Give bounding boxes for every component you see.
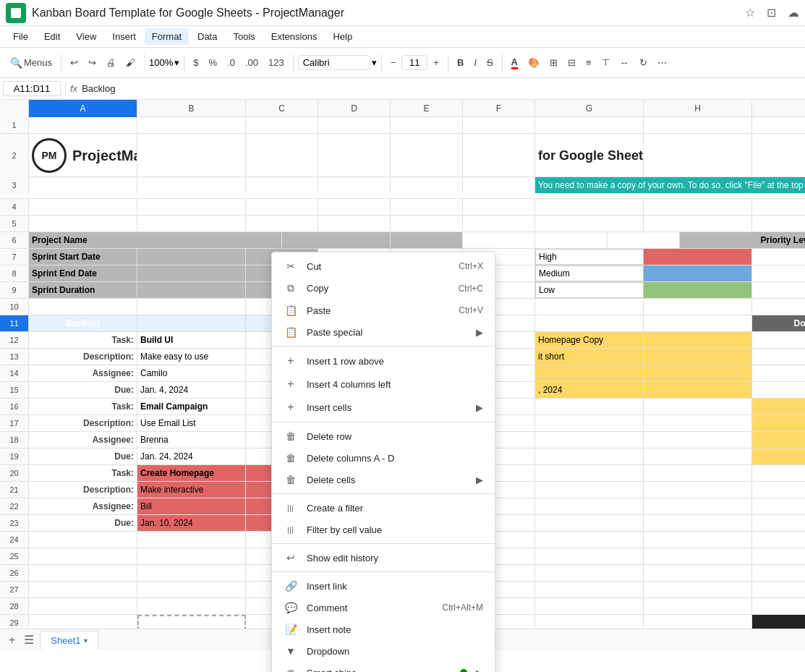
ctx-insert-link[interactable]: 🔗 Insert link — [272, 575, 495, 597]
cell-assignee-value-3[interactable]: Bill — [137, 498, 246, 514]
cell-c1[interactable] — [246, 117, 318, 133]
cell-h2[interactable] — [644, 134, 752, 177]
font-selector[interactable] — [298, 55, 370, 70]
menu-insert[interactable]: Insert — [105, 28, 143, 45]
col-header-h[interactable]: H — [644, 100, 752, 117]
menu-help[interactable]: Help — [325, 28, 359, 45]
cell-desc-label-1[interactable]: Description: — [29, 349, 137, 365]
cell-project-name-label[interactable]: Project Name — [29, 232, 282, 248]
cell-g1[interactable] — [535, 117, 644, 133]
font-size-decrease-button[interactable]: − — [386, 54, 401, 71]
cell-doing-task-label-1[interactable]: Task: — [752, 332, 805, 348]
ctx-copy[interactable]: ⧉ Copy Ctrl+C — [272, 277, 495, 299]
paint-format-button[interactable]: 🖌 — [122, 54, 140, 71]
ctx-comment[interactable]: 💬 Comment Ctrl+Alt+M — [272, 597, 495, 618]
cell-desc-value-2[interactable]: Use Email List — [137, 415, 246, 431]
cell-desc-value-3[interactable]: Make interactive — [137, 482, 246, 498]
cell-sprint-duration-label[interactable]: Sprint Duration — [29, 282, 137, 298]
cell-task-label-1[interactable]: Task: — [29, 332, 137, 348]
print-button[interactable]: 🖨 — [102, 54, 120, 71]
menus-button[interactable]: 🔍 Menus — [6, 54, 56, 72]
font-size-increase-button[interactable]: + — [429, 54, 443, 71]
cell-doing-assignee-label-2[interactable]: Assignee: — [752, 432, 805, 448]
ctx-insert-note[interactable]: 📝 Insert note — [272, 618, 495, 640]
ctx-paste[interactable]: 📋 Paste Ctrl+V — [272, 299, 495, 321]
cell-desc-label-2[interactable]: Description: — [29, 415, 137, 431]
star-icon[interactable]: ☆ — [745, 6, 755, 20]
cell-f3[interactable] — [463, 177, 535, 193]
cell-doing-desc-label-1[interactable]: Description: — [752, 349, 805, 365]
cell-sprint-end-label[interactable]: Sprint End Date — [29, 265, 137, 281]
ctx-insert-row[interactable]: + Insert 1 row above — [272, 349, 495, 373]
cell-due-label-1[interactable]: Due: — [29, 382, 137, 398]
cell-e6[interactable] — [535, 232, 608, 248]
cell-i2[interactable] — [752, 134, 805, 177]
cell-i1[interactable] — [752, 117, 805, 133]
cell-g3-teal[interactable]: You need to make a copy of your own. To … — [535, 177, 805, 193]
more-button[interactable]: ⋯ — [653, 54, 671, 71]
cell-f2[interactable] — [463, 134, 535, 177]
col-header-d[interactable]: D — [318, 100, 391, 117]
col-header-i[interactable]: I — [752, 100, 805, 117]
cell-assignee-value-2[interactable]: Brenna — [137, 432, 246, 448]
cell-due-value-1[interactable]: Jan. 4, 2024 — [137, 382, 246, 398]
cell-g12-yellow[interactable]: Homepage Copy — [535, 332, 644, 348]
cell-due-value-3[interactable]: Jan. 10, 2024 — [137, 515, 246, 531]
cell-task-value-2[interactable]: Email Campaign — [137, 399, 246, 414]
strikethrough-button[interactable]: S — [482, 54, 498, 71]
cell-priority-header[interactable]: Priority Level — [680, 232, 805, 248]
cell-e3[interactable] — [391, 177, 463, 193]
text-color-button[interactable]: A — [507, 54, 522, 72]
menu-tools[interactable]: Tools — [226, 28, 262, 45]
cell-c2[interactable] — [246, 134, 318, 177]
col-header-g[interactable]: G — [535, 100, 644, 117]
merge-button[interactable]: ⊟ — [563, 54, 580, 71]
menu-view[interactable]: View — [69, 28, 103, 45]
cell-f6[interactable] — [608, 232, 680, 248]
cell-b6[interactable] — [282, 232, 391, 248]
menu-extensions[interactable]: Extensions — [264, 28, 325, 45]
cell-doing-assignee-label-1[interactable]: Assignee: — [752, 365, 805, 381]
ctx-insert-cols[interactable]: + Insert 4 columns left — [272, 373, 495, 396]
col-header-f[interactable]: F — [463, 100, 535, 117]
cell-a2[interactable]: PM ProjectManage — [29, 134, 137, 177]
cell-priority-med-color[interactable] — [644, 265, 752, 281]
bold-button[interactable]: B — [453, 54, 468, 71]
cell-assignee-value-1[interactable]: Camilo — [137, 365, 246, 381]
cell-task-value-1[interactable]: Build UI — [137, 332, 246, 348]
cell-due-label-2[interactable]: Due: — [29, 448, 137, 464]
ctx-paste-special[interactable]: 📋 Paste special ▶ — [272, 321, 495, 343]
cell-a1[interactable] — [29, 117, 137, 133]
ctx-insert-cells[interactable]: + Insert cells ▶ — [272, 396, 495, 419]
cell-doing-desc-label-2[interactable]: Description: — [752, 415, 805, 431]
cell-task-label-2[interactable]: Task: — [29, 399, 137, 414]
cell-h1[interactable] — [644, 117, 752, 133]
h-align-button[interactable]: ≡ — [582, 54, 596, 71]
currency-button[interactable]: $ — [189, 54, 203, 71]
font-size-input[interactable] — [401, 55, 427, 70]
cell-doing-due-label-1[interactable]: Due: — [752, 382, 805, 398]
percent-button[interactable]: % — [205, 54, 222, 71]
cell-d3[interactable] — [318, 177, 391, 193]
cell-g2[interactable]: for Google Sheets — [535, 134, 644, 177]
cell-reference[interactable] — [3, 81, 61, 96]
cell-assignee-label-2[interactable]: Assignee: — [29, 432, 137, 448]
ctx-dropdown[interactable]: ▼ Dropdown — [272, 640, 495, 662]
cell-assignee-label-1[interactable]: Assignee: — [29, 365, 137, 381]
cell-priority-low-color[interactable] — [644, 282, 752, 298]
cell-a4[interactable] — [29, 199, 137, 215]
cell-priority-low-label[interactable]: Low — [535, 282, 644, 298]
cell-backlog-header[interactable]: Backlog — [29, 315, 137, 331]
decimal-dec-button[interactable]: .0 — [223, 54, 239, 71]
cloud-icon[interactable]: ☁ — [788, 6, 799, 20]
borders-button[interactable]: ⊞ — [545, 54, 562, 71]
undo-button[interactable]: ↩ — [66, 54, 82, 71]
ctx-delete-cols[interactable]: 🗑 Delete columns A - D — [272, 447, 495, 469]
ctx-edit-history[interactable]: ↩ Show edit history — [272, 547, 495, 569]
wrap-button[interactable]: ↔ — [616, 54, 634, 71]
cell-doing-header[interactable]: Doing — [752, 315, 805, 331]
ctx-create-filter[interactable]: ⫼ Create a filter — [272, 497, 495, 519]
fill-color-button[interactable]: 🎨 — [524, 54, 544, 71]
cell-doing-task-label-2[interactable]: Task: — [752, 399, 805, 414]
sheet-menu-button[interactable]: ☰ — [21, 633, 37, 647]
